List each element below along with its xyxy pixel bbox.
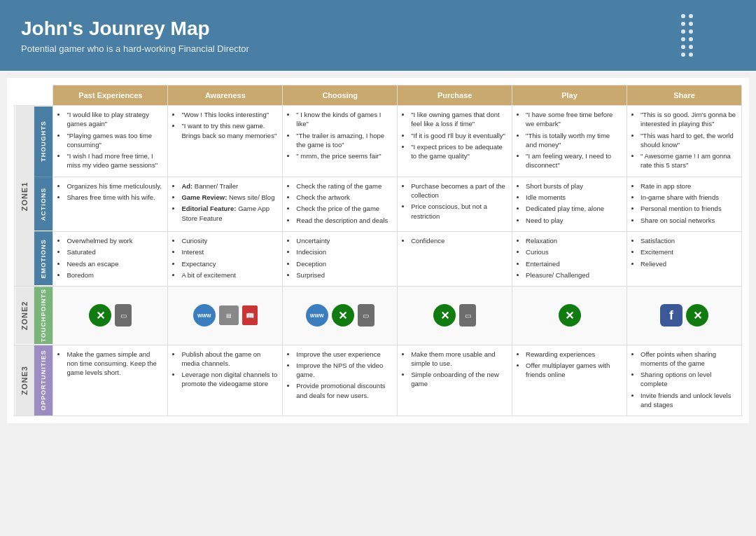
col-header-share: Share — [627, 85, 742, 106]
touchpoints-choosing: WWW ✕ ▭ — [283, 287, 398, 345]
col-header-play: Play — [512, 85, 627, 106]
emotions-label: EMOTIONS — [34, 231, 53, 286]
thoughts-past: "I would like to play strategy games aga… — [53, 106, 168, 177]
thoughts-choosing: " I know the kinds of games I like" "The… — [283, 106, 398, 177]
xbox-icon-3: ✕ — [433, 304, 456, 327]
emotions-choosing: Uncertainty Indecision Deception Surpris… — [283, 231, 398, 286]
col-header-purchase: Purchase — [398, 85, 512, 106]
opportunities-label: OPPORTUNITIES — [34, 345, 53, 416]
actions-choosing: Check the rating of the game Check the a… — [283, 177, 398, 231]
emotions-play: Relaxation Curious Entertained Pleasure/… — [512, 231, 627, 286]
journey-map-container: Past Experiences Awareness Choosing Purc… — [7, 78, 749, 423]
xbox-icon: ✕ — [89, 304, 111, 327]
touchpoints-past: ✕ ▭ — [53, 287, 168, 345]
facebook-icon: f — [660, 304, 682, 327]
opportunities-past: Make the games simple and non time consu… — [53, 345, 168, 416]
zone2-label: ZONE2 — [15, 287, 34, 345]
col-header-awareness: Awareness — [168, 85, 283, 106]
touchpoints-label: TOUCHPOINTS — [34, 287, 53, 345]
opportunities-share: Offer points when sharing moments of the… — [627, 345, 742, 416]
emotions-share: Satisfaction Excitement Relieved — [627, 231, 742, 286]
tablet-icon: ▭ — [115, 304, 132, 327]
tablet-icon-2: ▭ — [358, 304, 374, 327]
col-header-past: Past Experiences — [53, 85, 168, 106]
opportunities-row: ZONE3 OPPORTUNITIES Make the games simpl… — [15, 345, 742, 416]
opportunities-awareness: Publish about the game on media channels… — [168, 345, 283, 416]
actions-purchase: Purchase becomes a part of the collectio… — [398, 177, 512, 231]
opportunities-play: Rewarding experiences Offer multiplayer … — [512, 345, 627, 416]
header: John's Jounrey Map Potential gamer who i… — [0, 0, 756, 71]
col-header-choosing: Choosing — [283, 85, 398, 106]
touchpoints-awareness: WWW ▤ 📖 — [168, 287, 283, 345]
touchpoints-purchase: ✕ ▭ — [398, 287, 512, 345]
decorative-dots — [681, 14, 693, 57]
actions-share: Rate in app store In-game share with fri… — [627, 177, 742, 231]
page-subtitle: Potential gamer who is a hard-working Fi… — [21, 43, 249, 54]
thoughts-purchase: "I like owning games that dont feel like… — [398, 106, 512, 177]
emotions-past: Overwhelmed by work Saturated Needs an e… — [53, 231, 168, 286]
thoughts-play: "I have some free time before we embark"… — [512, 106, 627, 177]
thoughts-row: ZONE1 THOUGHTS "I would like to play str… — [15, 106, 742, 177]
xbox-icon-2: ✕ — [332, 304, 354, 327]
page-title: John's Jounrey Map — [21, 18, 249, 40]
actions-past: Organizes his time meticulously. Shares … — [53, 177, 168, 231]
actions-play: Short bursts of play Idle moments Dedica… — [512, 177, 627, 231]
actions-row: ACTIONS Organizes his time meticulously.… — [15, 177, 742, 231]
zone1-label: ZONE1 — [15, 106, 34, 287]
www-icon-2: WWW — [306, 304, 328, 327]
touchpoints-play: ✕ — [512, 287, 627, 345]
thoughts-awareness: "Wow ! This looks interesting" "I want t… — [168, 106, 283, 177]
actions-label: ACTIONS — [34, 177, 53, 231]
thoughts-label: THOUGHTS — [34, 106, 53, 177]
news-icon: ▤ — [219, 305, 239, 325]
zone3-label: ZONE3 — [15, 345, 34, 416]
opportunities-purchase: Make them more usable and simple to use.… — [398, 345, 512, 416]
tablet-icon-3: ▭ — [459, 304, 476, 327]
emotions-awareness: Curiosity Interest Expectancy A bit of e… — [168, 231, 283, 286]
actions-awareness: Ad: Banner/ Trailer Game Review: News si… — [168, 177, 283, 231]
book-icon: 📖 — [242, 305, 258, 325]
emotions-purchase: Confidence — [398, 231, 512, 286]
touchpoints-share: f ✕ — [627, 287, 742, 345]
touchpoints-row: ZONE2 TOUCHPOINTS ✕ ▭ WWW ▤ 📖 WWW ✕ — [15, 287, 742, 345]
opportunities-choosing: Improve the user experience Improve the … — [283, 345, 398, 416]
xbox-icon-4: ✕ — [559, 304, 581, 327]
www-icon: WWW — [193, 304, 216, 327]
emotions-row: EMOTIONS Overwhelmed by work Saturated N… — [15, 231, 742, 286]
thoughts-share: "This is so good. Jim's gonna be interes… — [627, 106, 742, 177]
journey-table: Past Experiences Awareness Choosing Purc… — [14, 85, 742, 416]
xbox-icon-5: ✕ — [686, 304, 708, 327]
